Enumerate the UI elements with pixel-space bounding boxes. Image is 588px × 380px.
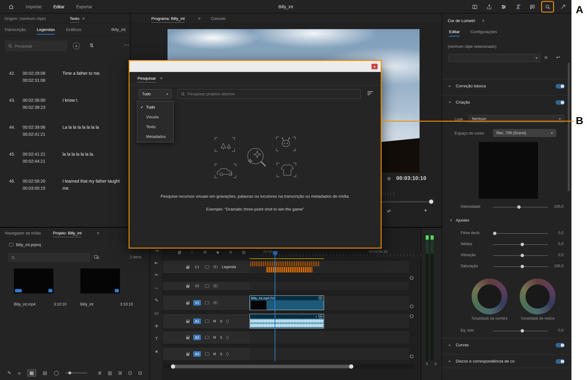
- caption-text[interactable]: Time a father to me.: [62, 70, 127, 97]
- caption-row[interactable]: 42. 00:02:28:0800:02:31:08 Time a father…: [0, 70, 130, 97]
- tab-media-browser[interactable]: Navegador de mídia: [5, 231, 41, 235]
- section-correcao-basica[interactable]: ▸ Correção básica: [442, 79, 571, 93]
- slider-track[interactable]: [493, 233, 548, 234]
- panel-scrollbar[interactable]: [568, 63, 570, 191]
- slider-value[interactable]: 0,0: [558, 253, 564, 257]
- solo-button[interactable]: S: [220, 352, 222, 356]
- voiceover-record-icon[interactable]: [226, 336, 228, 339]
- caption-clips[interactable]: [266, 267, 312, 272]
- lock-icon[interactable]: [186, 302, 189, 305]
- sort-icon[interactable]: ≣: [98, 370, 102, 376]
- tab-origem[interactable]: Origem: (nenhum clipe): [4, 16, 46, 21]
- panel-menu-icon[interactable]: ≡: [82, 16, 85, 21]
- comparison-view-icon[interactable]: ⇄: [387, 208, 391, 213]
- track-id-c1[interactable]: C1: [193, 264, 201, 270]
- edit-pencil-icon[interactable]: ✎: [7, 370, 11, 376]
- mute-button[interactable]: M: [213, 319, 216, 323]
- slider-track[interactable]: [493, 244, 548, 245]
- delete-icon[interactable]: ⊟: [138, 370, 142, 376]
- section-toggle[interactable]: [556, 100, 565, 105]
- properties-icon[interactable]: [500, 4, 507, 10]
- share-icon[interactable]: [486, 4, 492, 10]
- timeline-ruler[interactable]: [262, 254, 422, 256]
- track-scroll-handle[interactable]: [410, 276, 413, 280]
- caption-row[interactable]: 43. 00:02:36:0000:02:38:23 I know I.: [0, 97, 130, 124]
- item-name[interactable]: Billy_int.mp4: [14, 302, 36, 306]
- section-toggle[interactable]: [556, 343, 565, 348]
- slider-value[interactable]: 100,0: [554, 204, 564, 209]
- clip-selector-dropdown[interactable]: ▾: [448, 54, 540, 62]
- project-search-input[interactable]: [17, 255, 87, 260]
- look-dropdown[interactable]: Nenhum ▾: [469, 115, 564, 123]
- slider-knob[interactable]: [521, 243, 524, 246]
- subtab-transcricao[interactable]: Transcrição: [4, 27, 26, 32]
- track-id-v2[interactable]: V2: [193, 283, 201, 289]
- project-item[interactable]: Billy_int.mp4 3:10:10: [14, 268, 66, 306]
- automate-to-sequence-icon[interactable]: ▥: [108, 370, 112, 376]
- sequence-thumbnail[interactable]: [80, 268, 120, 294]
- solo-buttons-label[interactable]: S S: [426, 362, 439, 366]
- fullscreen-icon[interactable]: [560, 4, 566, 10]
- slider-value[interactable]: 0,0: [558, 231, 564, 235]
- slider-track[interactable]: [493, 207, 548, 207]
- slider-knob[interactable]: [493, 232, 496, 235]
- menu-item-visuais[interactable]: Visuais: [137, 112, 173, 122]
- search-scope-dropdown[interactable]: Tudo ▾: [139, 89, 172, 99]
- mute-button[interactable]: M: [213, 336, 216, 339]
- item-name[interactable]: Billy_int: [80, 302, 93, 306]
- lock-icon[interactable]: [186, 266, 189, 269]
- new-bin-icon[interactable]: ⊞: [118, 370, 122, 376]
- section-curvas[interactable]: ▸ Curvas: [442, 338, 571, 352]
- caption-clips[interactable]: [250, 261, 319, 266]
- source-patch-icon[interactable]: [205, 265, 209, 268]
- chevron-right-icon[interactable]: ▸: [449, 359, 453, 363]
- caption-row[interactable]: 44. 00:02:39:0600:02:41:21 La la la la l…: [0, 124, 130, 151]
- panel-menu-icon[interactable]: ≡: [160, 76, 163, 81]
- settings-wrench-icon[interactable]: ⊛: [387, 176, 391, 181]
- tab-editar[interactable]: Editar: [449, 29, 460, 34]
- source-patch-icon[interactable]: [205, 320, 209, 323]
- timeline-scrollbar[interactable]: [172, 365, 352, 368]
- icon-view-icon[interactable]: ▦: [27, 369, 36, 377]
- track-a2-lane[interactable]: [250, 331, 409, 344]
- slider-value[interactable]: 100,0: [554, 264, 564, 268]
- section-toggle[interactable]: [556, 84, 565, 89]
- voiceover-record-icon[interactable]: [226, 320, 228, 323]
- section-toggle[interactable]: [556, 359, 565, 364]
- video-clip[interactable]: Billy_Int.mp4 [V] fx: [250, 295, 324, 310]
- add-button-icon[interactable]: +: [424, 207, 427, 214]
- dialog-titlebar[interactable]: x: [130, 61, 381, 72]
- chevron-down-icon[interactable]: ▾: [450, 218, 454, 222]
- shadow-tint-wheel[interactable]: [472, 279, 507, 314]
- linked-selection-icon[interactable]: ⊞: [203, 250, 207, 254]
- color-space-dropdown[interactable]: Rec. 709 (Scene) ▾: [493, 129, 556, 137]
- lock-icon[interactable]: [186, 321, 189, 323]
- section-criacao[interactable]: ▾ Criação: [442, 95, 571, 109]
- tab-program[interactable]: Programa: Billy_int: [151, 16, 185, 21]
- track-output-icon[interactable]: [213, 265, 218, 268]
- nest-icon[interactable]: ▦: [178, 250, 181, 254]
- slider-track[interactable]: [493, 266, 548, 267]
- track-id-a3[interactable]: A3: [193, 351, 201, 357]
- slider-value[interactable]: 0,0: [558, 242, 564, 246]
- project-item[interactable]: Billy_int 3:10:10: [80, 268, 133, 306]
- project-breadcrumb[interactable]: Billy_int.prproj: [9, 242, 41, 247]
- close-icon[interactable]: x: [371, 64, 378, 69]
- panel-menu-icon[interactable]: ≡: [198, 16, 201, 21]
- track-output-icon[interactable]: [213, 301, 218, 304]
- reset-effects-icon[interactable]: ↩: [556, 55, 560, 60]
- section-discos[interactable]: ▸ Discos e correspondência de co: [442, 354, 571, 368]
- slider-knob[interactable]: [521, 329, 524, 332]
- track-a3-lane[interactable]: [250, 347, 409, 361]
- tab-configuracoes[interactable]: Configurações: [470, 29, 497, 34]
- track-id-a1[interactable]: A1: [193, 318, 201, 324]
- caption-text[interactable]: I learned that my father taught me.: [62, 178, 127, 205]
- panel-menu-icon[interactable]: ≡: [97, 231, 99, 235]
- chevron-right-icon[interactable]: ▸: [449, 343, 453, 347]
- captions-display-icon[interactable]: ▤: [242, 250, 246, 254]
- subtab-graficos[interactable]: Gráficos: [66, 27, 81, 32]
- solo-button[interactable]: S: [220, 336, 222, 339]
- marker-icon[interactable]: ◆: [216, 250, 219, 254]
- track-v2-lane[interactable]: [250, 281, 409, 291]
- track-scroll-handle[interactable]: [410, 314, 413, 318]
